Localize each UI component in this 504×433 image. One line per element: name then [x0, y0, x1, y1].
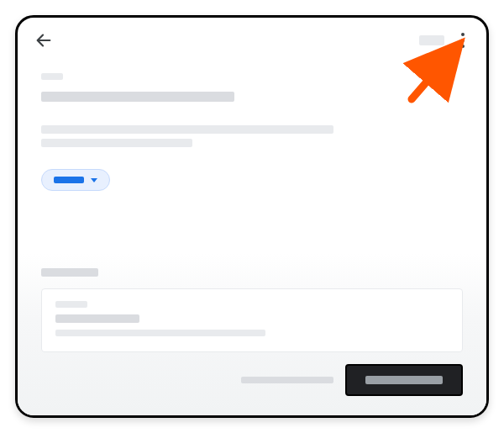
- section-label: [41, 268, 98, 277]
- filter-dropdown[interactable]: [41, 169, 110, 191]
- card-label: [55, 301, 87, 308]
- secondary-action[interactable]: [241, 377, 333, 383]
- description-line-1: [41, 125, 333, 134]
- main-content: [18, 73, 486, 191]
- description-line-2: [41, 139, 192, 147]
- small-label: [41, 73, 63, 80]
- page-title: [41, 92, 234, 102]
- app-frame: Back More options: [15, 15, 489, 418]
- header-bar: Back More options: [18, 18, 486, 58]
- lower-section: [18, 253, 486, 415]
- header-action-pill[interactable]: [419, 35, 444, 45]
- kebab-menu-icon[interactable]: More options: [456, 30, 470, 50]
- info-card: [41, 288, 463, 352]
- card-title: [55, 314, 139, 323]
- primary-button[interactable]: [345, 364, 463, 396]
- card-description: [55, 330, 265, 336]
- footer-actions: [41, 364, 463, 396]
- primary-button-label: [365, 376, 443, 384]
- back-arrow-icon[interactable]: Back: [34, 31, 53, 50]
- chevron-down-icon: [91, 178, 97, 182]
- dropdown-selected-value: [54, 177, 84, 183]
